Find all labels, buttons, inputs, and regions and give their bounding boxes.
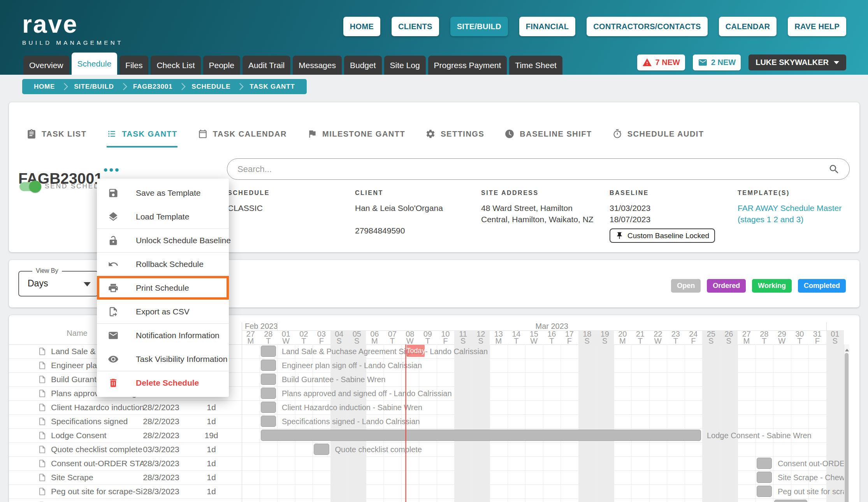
- task-start-date: 03/3/2023: [140, 442, 183, 456]
- timeline-day-letter: W: [773, 337, 791, 344]
- tab-settings[interactable]: SETTINGS: [425, 129, 484, 147]
- project-tab-site-log[interactable]: Site Log: [384, 56, 426, 75]
- chevron-down-icon: [834, 61, 839, 67]
- tab-milestone-gantt[interactable]: MILESTONE GANTT: [307, 129, 405, 147]
- nav-financial[interactable]: FINANCIAL: [519, 17, 575, 36]
- status-badge-working[interactable]: Working: [752, 279, 792, 293]
- search-icon[interactable]: [828, 163, 840, 175]
- project-tab-check-list[interactable]: Check List: [151, 56, 200, 75]
- menu-item-print-schedule[interactable]: Print Schedule: [97, 276, 229, 300]
- menu-item-unlock-schedule-baseline[interactable]: Unlock Schedule Baseline: [97, 228, 229, 252]
- gantt-bar-label: Lodge Consent - Sabine Wren: [707, 428, 812, 442]
- menu-item-delete-schedule[interactable]: Delete Schedule: [97, 371, 229, 395]
- info-site-address: SITE ADDRESS 48 Ward Street, Hamilton Ce…: [481, 190, 594, 225]
- table-row[interactable]: Consent out-ORDER STA28/3/20231d: [9, 456, 242, 470]
- alerts-badge[interactable]: 7 NEW: [637, 54, 685, 70]
- rave-logo[interactable]: rave BUILD MANAGEMENT: [22, 12, 123, 46]
- timeline-day-letter: F: [561, 337, 578, 344]
- nav-site-build[interactable]: SITE/BUILD: [450, 17, 508, 36]
- tab-task-list[interactable]: TASK LIST: [26, 129, 86, 147]
- gantt-bar-label: Site Scrape - Chewie: [778, 470, 844, 484]
- menu-item-label: Notification Information: [136, 331, 220, 340]
- schedule-options-menu: Save as TemplateLoad TemplateUnlock Sche…: [97, 179, 229, 397]
- search-bar: [227, 158, 850, 180]
- scrollbar-up-arrow-icon[interactable]: [845, 347, 849, 351]
- clipboard-icon: [26, 129, 37, 139]
- gantt-bar[interactable]: [261, 388, 276, 399]
- timeline-day-letter: M: [738, 337, 756, 344]
- task-duration: 1d: [192, 484, 231, 498]
- task-duration: 1d: [192, 456, 231, 470]
- status-badge-open[interactable]: Open: [671, 279, 701, 293]
- table-row[interactable]: Quote checklist complete03/3/20231d: [9, 442, 242, 456]
- user-menu-button[interactable]: LUKE SKYWALKER: [749, 54, 846, 70]
- messages-badge[interactable]: 2 NEW: [693, 54, 741, 70]
- send-schedule-toggle[interactable]: [19, 182, 40, 191]
- table-row[interactable]: Lodge Consent28/2/202319d: [9, 428, 242, 442]
- gantt-bar-label: Quote checklist complete: [335, 442, 422, 456]
- table-row[interactable]: Peg out site for scrape-Si28/3/20231d: [9, 484, 242, 498]
- table-row[interactable]: Specifications signed28/2/20231d: [9, 414, 242, 428]
- breadcrumb-item-home[interactable]: HOME: [25, 83, 63, 91]
- list-icon: [107, 129, 117, 139]
- table-row[interactable]: [9, 498, 242, 502]
- menu-item-rollback-schedule[interactable]: Rollback Schedule: [97, 252, 229, 276]
- table-row[interactable]: Site Scrape28/3/20231d: [9, 470, 242, 484]
- project-tab-messages[interactable]: Messages: [293, 56, 342, 75]
- tab-task-gantt[interactable]: TASK GANTT: [107, 129, 177, 147]
- menu-item-load-template[interactable]: Load Template: [97, 205, 229, 228]
- gantt-bar[interactable]: [261, 360, 276, 371]
- timeline-day-letter: T: [508, 337, 525, 344]
- gantt-bar[interactable]: [757, 458, 772, 469]
- breadcrumb-item-schedule[interactable]: SCHEDULE: [183, 83, 239, 91]
- nav-contractors-contacts[interactable]: CONTRACTORS/CONTACTS: [587, 17, 707, 36]
- gantt-bar[interactable]: [261, 430, 701, 441]
- tab-task-calendar[interactable]: TASK CALENDAR: [198, 129, 287, 147]
- menu-item-save-as-template[interactable]: Save as Template: [97, 181, 229, 205]
- nav-home[interactable]: HOME: [343, 17, 380, 36]
- view-by-select[interactable]: View By Days: [18, 271, 98, 297]
- timeline-day-letter: S: [348, 337, 366, 344]
- project-tab-schedule[interactable]: Schedule: [72, 53, 118, 75]
- project-tab-files[interactable]: Files: [119, 56, 148, 75]
- project-tab-budget[interactable]: Budget: [344, 56, 382, 75]
- nav-calendar[interactable]: CALENDAR: [719, 17, 777, 36]
- search-input[interactable]: [237, 164, 828, 175]
- gantt-bar[interactable]: [261, 402, 276, 413]
- project-tab-progress-payment[interactable]: Progress Payment: [428, 56, 507, 75]
- gantt-bar[interactable]: [757, 486, 772, 497]
- menu-item-task-visibility-information[interactable]: Task Visibility Information: [97, 347, 229, 371]
- breadcrumb-item-task-gantt[interactable]: TASK GANTT: [241, 83, 303, 91]
- gantt-bar[interactable]: [314, 444, 329, 455]
- column-gridline: [756, 344, 756, 502]
- status-badge-ordered[interactable]: Ordered: [707, 279, 746, 293]
- gantt-scrollbar-thumb[interactable]: [845, 353, 849, 502]
- more-options-button[interactable]: •••: [101, 163, 123, 177]
- project-tab-time-sheet[interactable]: Time Sheet: [509, 56, 562, 75]
- project-tab-overview[interactable]: Overview: [23, 56, 69, 75]
- breadcrumb-item-fagb23001[interactable]: FAGB23001: [125, 83, 181, 91]
- timeline-day-letter: W: [649, 337, 667, 344]
- menu-item-export-as-csv[interactable]: Export as CSV: [97, 300, 229, 323]
- gantt-bar[interactable]: [261, 416, 276, 427]
- timeline-day-letter: T: [383, 337, 401, 344]
- gantt-bar[interactable]: [261, 346, 276, 357]
- status-badge-completed[interactable]: Completed: [798, 279, 846, 293]
- breadcrumb-item-site-build[interactable]: SITE/BUILD: [65, 83, 122, 91]
- gantt-bar[interactable]: [757, 472, 772, 483]
- nav-rave-help[interactable]: RAVE HELP: [788, 17, 846, 36]
- gantt-bar[interactable]: [261, 374, 276, 385]
- table-row[interactable]: Client Hazardco induction28/2/20231d: [9, 400, 242, 414]
- nav-clients[interactable]: CLIENTS: [392, 17, 439, 36]
- column-gridline: [667, 344, 667, 502]
- timeline-day-letter: F: [437, 337, 455, 344]
- project-tab-audit-trail[interactable]: Audit Trail: [242, 56, 290, 75]
- template-link[interactable]: FAR AWAY Schedule Master (stages 1 2 and…: [738, 202, 866, 225]
- timeline-day-letter: M: [490, 337, 508, 344]
- menu-item-notification-information[interactable]: Notification Information: [97, 323, 229, 347]
- tab-schedule-audit[interactable]: SCHEDULE AUDIT: [612, 129, 704, 147]
- project-tab-people[interactable]: People: [203, 56, 240, 75]
- tab-baseline-shift[interactable]: BASELINE SHIFT: [504, 129, 592, 147]
- task-start-date: 28/2/2023: [140, 400, 183, 414]
- gantt-bar[interactable]: [774, 500, 807, 502]
